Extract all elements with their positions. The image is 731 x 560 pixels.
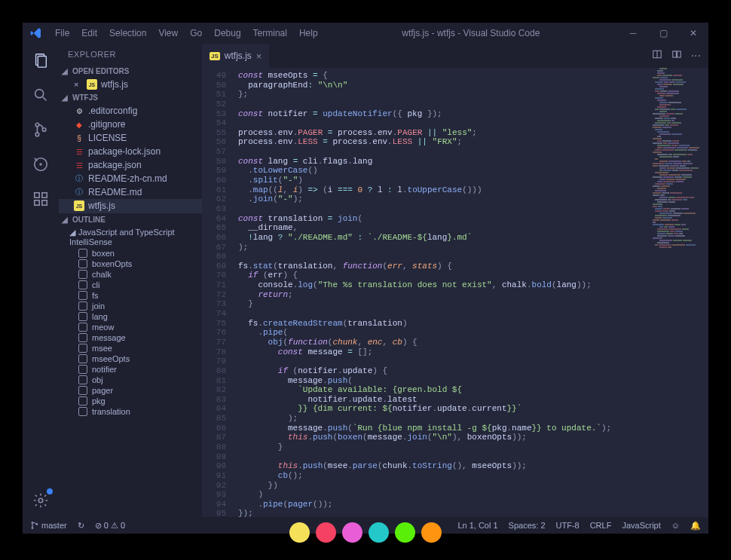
svg-line-3 — [43, 97, 47, 101]
problems-status[interactable]: ⊘ 0 ⚠ 0 — [95, 521, 125, 531]
menu-view[interactable]: View — [152, 28, 184, 38]
search-icon[interactable] — [30, 84, 51, 106]
menu-terminal[interactable]: Terminal — [247, 28, 293, 38]
color-swatch[interactable] — [289, 522, 310, 543]
file-item[interactable]: ◆.gitignore — [59, 118, 202, 131]
menu-file[interactable]: File — [49, 28, 75, 38]
tab-wtfjs[interactable]: JS wtfjs.js × — [202, 44, 269, 68]
vscode-window: FileEditSelectionViewGoDebugTerminalHelp… — [23, 23, 708, 534]
outline-symbol[interactable]: translation — [59, 406, 202, 417]
language-mode[interactable]: JavaScript — [622, 521, 660, 530]
svg-rect-18 — [677, 51, 681, 57]
outline-symbol[interactable]: fs — [59, 290, 202, 301]
file-item[interactable]: ⚙.editorconfig — [59, 104, 202, 118]
git-branch[interactable]: master — [30, 521, 67, 530]
file-item[interactable]: ⓘREADME-zh-cn.md — [59, 172, 202, 185]
svg-rect-1 — [38, 57, 46, 68]
minimap[interactable] — [653, 68, 705, 249]
color-swatch[interactable] — [369, 522, 389, 543]
outline-symbol[interactable]: mseeOpts — [59, 353, 202, 364]
menu-selection[interactable]: Selection — [103, 28, 152, 38]
symbol-icon — [78, 386, 87, 395]
svg-point-6 — [42, 128, 46, 132]
menu-go[interactable]: Go — [184, 28, 208, 38]
file-item[interactable]: §LICENSE — [59, 131, 202, 145]
activity-bar — [23, 44, 59, 517]
open-editor-item[interactable]: ×JSwtfjs.js — [59, 78, 202, 91]
outline-symbol[interactable]: notifier — [59, 364, 202, 375]
svg-point-2 — [35, 90, 44, 98]
editor-area: JS wtfjs.js × ··· 4950515253545556575859… — [202, 44, 708, 517]
split-editor-icon[interactable] — [652, 49, 662, 63]
outline-symbol[interactable]: pkg — [59, 396, 202, 406]
theme-color-dots — [289, 522, 442, 543]
outline-symbol[interactable]: meow — [59, 322, 202, 332]
editor[interactable]: 4950515253545556575859606162636465666768… — [202, 68, 708, 517]
maximize-button[interactable]: ▢ — [648, 23, 678, 44]
menu-debug[interactable]: Debug — [208, 28, 246, 38]
outline-symbol[interactable]: boxen — [59, 248, 202, 259]
outline-symbol[interactable]: lang — [59, 311, 202, 322]
symbol-icon — [78, 396, 87, 405]
outline-header[interactable]: ◢Outline — [59, 213, 202, 226]
outline-symbol[interactable]: boxenOpts — [59, 259, 202, 269]
symbol-icon — [78, 259, 87, 268]
outline-symbol[interactable]: cli — [59, 280, 202, 290]
folder-header[interactable]: ◢WTFJS — [59, 91, 202, 104]
symbol-icon — [78, 291, 87, 300]
extensions-icon[interactable] — [30, 188, 51, 210]
file-item[interactable]: JSwtfjs.js — [59, 199, 202, 213]
svg-rect-10 — [35, 193, 39, 197]
svg-point-19 — [32, 522, 33, 524]
close-editor-icon[interactable]: × — [74, 80, 83, 89]
more-actions-icon[interactable]: ··· — [691, 49, 701, 63]
indentation[interactable]: Spaces: 2 — [509, 521, 546, 530]
menu-edit[interactable]: Edit — [75, 28, 103, 38]
outline-symbol[interactable]: pager — [59, 385, 202, 396]
file-item[interactable]: ⓘREADME.md — [59, 185, 202, 199]
symbol-icon — [78, 312, 87, 321]
symbol-icon — [78, 333, 87, 342]
outline-symbol[interactable]: obj — [59, 375, 202, 385]
compare-icon[interactable] — [671, 49, 682, 63]
outline-symbol[interactable]: chalk — [59, 269, 202, 280]
close-button[interactable]: ✕ — [678, 23, 708, 44]
menu-help[interactable]: Help — [293, 28, 324, 38]
svg-rect-11 — [35, 200, 39, 205]
svg-point-5 — [35, 133, 39, 136]
outline-symbol[interactable]: message — [59, 332, 202, 343]
symbol-icon — [78, 270, 87, 279]
outline-symbol[interactable]: join — [59, 301, 202, 311]
color-swatch[interactable] — [342, 522, 362, 543]
symbol-icon — [78, 249, 87, 258]
main-menu: FileEditSelectionViewGoDebugTerminalHelp — [49, 28, 324, 38]
color-swatch[interactable] — [316, 522, 336, 543]
minimize-button[interactable]: ─ — [618, 23, 648, 44]
feedback-icon[interactable]: ☺ — [671, 521, 680, 530]
js-file-icon: JS — [210, 52, 220, 60]
file-item[interactable]: ☰package.json — [59, 158, 202, 172]
symbol-icon — [78, 323, 87, 332]
titlebar: FileEditSelectionViewGoDebugTerminalHelp… — [23, 23, 708, 44]
settings-gear-icon[interactable] — [30, 490, 51, 511]
symbol-icon — [78, 344, 87, 353]
explorer-icon[interactable] — [30, 50, 51, 71]
encoding[interactable]: UTF-8 — [556, 521, 580, 530]
svg-rect-17 — [672, 51, 676, 57]
sync-button[interactable]: ↻ — [78, 521, 84, 531]
code-content[interactable]: const mseeOpts = { paragraphEnd: "\n\n"}… — [234, 68, 708, 517]
color-swatch[interactable] — [395, 522, 415, 543]
color-swatch[interactable] — [421, 522, 442, 543]
symbol-icon — [78, 365, 87, 374]
eol[interactable]: CRLF — [590, 521, 612, 530]
outline-symbol[interactable]: msee — [59, 343, 202, 353]
file-item[interactable]: ☰package-lock.json — [59, 145, 202, 158]
tab-close-icon[interactable]: × — [256, 50, 262, 62]
cursor-position[interactable]: Ln 1, Col 1 — [457, 521, 497, 530]
open-editors-header[interactable]: ◢Open Editors — [59, 65, 202, 78]
debug-icon[interactable] — [30, 154, 51, 175]
line-gutter: 4950515253545556575859606162636465666768… — [202, 68, 234, 517]
svg-point-4 — [35, 123, 39, 127]
notifications-icon[interactable]: 🔔 — [690, 521, 701, 531]
source-control-icon[interactable] — [30, 119, 51, 140]
